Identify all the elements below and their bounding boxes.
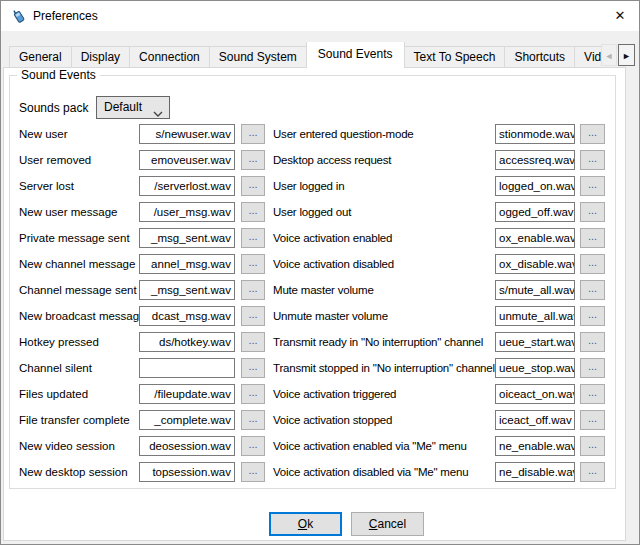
sound-file-input[interactable]: iceact_off.wav <box>495 410 575 430</box>
browse-button[interactable]: ... <box>241 358 265 378</box>
browse-button[interactable]: ... <box>241 410 265 430</box>
browse-button[interactable]: ... <box>580 280 605 300</box>
sounds-pack-label: Sounds pack <box>19 97 88 119</box>
preferences-dialog: Preferences ✕ GeneralDisplayConnectionSo… <box>0 0 640 545</box>
sound-file-input[interactable]: _msg_sent.wav <box>139 280 235 300</box>
sound-file-input[interactable]: ox_enable.wav <box>495 228 575 248</box>
cancel-button[interactable]: Cancel <box>351 512 424 536</box>
browse-button[interactable]: ... <box>580 462 605 482</box>
browse-button[interactable]: ... <box>241 176 265 196</box>
sound-file-input[interactable]: ox_disable.wav <box>495 254 575 274</box>
event-label: New broadcast message <box>19 306 137 326</box>
event-label: New desktop session <box>19 462 137 482</box>
ok-button[interactable]: Ok <box>269 512 342 536</box>
tab-scroll-left-icon[interactable]: ◄ <box>601 44 617 66</box>
tab-general[interactable]: General <box>9 46 72 68</box>
sound-file-input[interactable]: s/mute_all.wav <box>495 280 575 300</box>
title-bar: Preferences ✕ <box>1 1 639 31</box>
sound-event-row: New users/newuser.wav...User entered que… <box>1 124 640 144</box>
browse-button[interactable]: ... <box>241 228 265 248</box>
event-label: User entered question-mode <box>273 124 494 144</box>
browse-button[interactable]: ... <box>580 410 605 430</box>
tab-connection[interactable]: Connection <box>129 46 210 68</box>
browse-button[interactable]: ... <box>241 436 265 456</box>
tab-bar: GeneralDisplayConnectionSound SystemSoun… <box>9 42 601 68</box>
tab-display[interactable]: Display <box>71 46 130 68</box>
sound-file-input[interactable]: emoveuser.wav <box>139 150 235 170</box>
sound-event-row: Server lost/serverlost.wav...User logged… <box>1 176 640 196</box>
sound-file-input[interactable]: /serverlost.wav <box>139 176 235 196</box>
sound-event-row: Channel silent...Transmit stopped in "No… <box>1 358 640 378</box>
sound-file-input[interactable]: deosession.wav <box>139 436 235 456</box>
sound-file-input[interactable]: ne_enable.wav <box>495 436 575 456</box>
sound-file-input[interactable]: ueue_stop.wav <box>495 358 575 378</box>
browse-button[interactable]: ... <box>580 332 605 352</box>
sound-file-input[interactable]: ogged_off.wav <box>495 202 575 222</box>
browse-button[interactable]: ... <box>580 384 605 404</box>
close-icon[interactable]: ✕ <box>603 1 637 31</box>
browse-button[interactable]: ... <box>241 150 265 170</box>
browse-button[interactable]: ... <box>241 332 265 352</box>
tab-sound-system[interactable]: Sound System <box>209 46 307 68</box>
sound-event-row: User removedemoveuser.wav...Desktop acce… <box>1 150 640 170</box>
event-label: Voice activation enabled <box>273 228 494 248</box>
sound-file-input[interactable]: ueue_start.wav <box>495 332 575 352</box>
event-label: Private message sent <box>19 228 137 248</box>
event-label: Desktop access request <box>273 150 494 170</box>
event-label: New user <box>19 124 137 144</box>
event-label: Unmute master volume <box>273 306 494 326</box>
browse-button[interactable]: ... <box>580 124 605 144</box>
browse-button[interactable]: ... <box>580 436 605 456</box>
browse-button[interactable]: ... <box>580 228 605 248</box>
sound-file-input[interactable]: stionmode.wav <box>495 124 575 144</box>
sound-file-input[interactable]: ds/hotkey.wav <box>139 332 235 352</box>
sound-file-input[interactable]: /user_msg.wav <box>139 202 235 222</box>
event-label: Mute master volume <box>273 280 494 300</box>
browse-button[interactable]: ... <box>580 150 605 170</box>
sound-file-input[interactable]: annel_msg.wav <box>139 254 235 274</box>
browse-button[interactable]: ... <box>241 280 265 300</box>
browse-button[interactable]: ... <box>580 254 605 274</box>
tab-shortcuts[interactable]: Shortcuts <box>504 46 575 68</box>
event-label: User logged in <box>273 176 494 196</box>
tab-video[interactable]: Video <box>574 46 601 68</box>
event-label: User logged out <box>273 202 494 222</box>
sound-file-input[interactable]: /fileupdate.wav <box>139 384 235 404</box>
browse-button[interactable]: ... <box>241 124 265 144</box>
sound-file-input[interactable]: dcast_msg.wav <box>139 306 235 326</box>
browse-button[interactable]: ... <box>241 306 265 326</box>
browse-button[interactable]: ... <box>580 202 605 222</box>
event-label: Server lost <box>19 176 137 196</box>
sound-file-input[interactable]: _msg_sent.wav <box>139 228 235 248</box>
sound-file-input[interactable]: unmute_all.wav <box>495 306 575 326</box>
browse-button[interactable]: ... <box>580 358 605 378</box>
sound-file-input[interactable]: _complete.wav <box>139 410 235 430</box>
sound-file-input[interactable]: topsession.wav <box>139 462 235 482</box>
tab-text-to-speech[interactable]: Text To Speech <box>404 46 506 68</box>
sound-file-input[interactable] <box>139 358 235 378</box>
sound-event-row: File transfer complete_complete.wav...Vo… <box>1 410 640 430</box>
sound-file-input[interactable]: ne_disable.wav <box>495 462 575 482</box>
event-label: Voice activation stopped <box>273 410 494 430</box>
browse-button[interactable]: ... <box>241 384 265 404</box>
sound-event-row: New user message/user_msg.wav...User log… <box>1 202 640 222</box>
browse-button[interactable]: ... <box>580 306 605 326</box>
sounds-pack-select[interactable]: Default <box>96 96 170 119</box>
browse-button[interactable]: ... <box>241 254 265 274</box>
sound-file-input[interactable]: s/newuser.wav <box>139 124 235 144</box>
tab-sound-events[interactable]: Sound Events <box>306 42 405 68</box>
browse-button[interactable]: ... <box>241 202 265 222</box>
sound-event-row: New channel messageannel_msg.wav...Voice… <box>1 254 640 274</box>
sound-file-input[interactable]: oiceact_on.wav <box>495 384 575 404</box>
browse-button[interactable]: ... <box>241 462 265 482</box>
sound-file-input[interactable]: accessreq.wav <box>495 150 575 170</box>
event-label: New video session <box>19 436 137 456</box>
event-label: Channel message sent <box>19 280 137 300</box>
event-label: New channel message <box>19 254 137 274</box>
sound-file-input[interactable]: logged_on.wav <box>495 176 575 196</box>
event-label: New user message <box>19 202 137 222</box>
event-label: File transfer complete <box>19 410 137 430</box>
sound-event-row: Channel message sent_msg_sent.wav...Mute… <box>1 280 640 300</box>
tab-scroll-right-icon[interactable]: ► <box>618 44 635 66</box>
browse-button[interactable]: ... <box>580 176 605 196</box>
